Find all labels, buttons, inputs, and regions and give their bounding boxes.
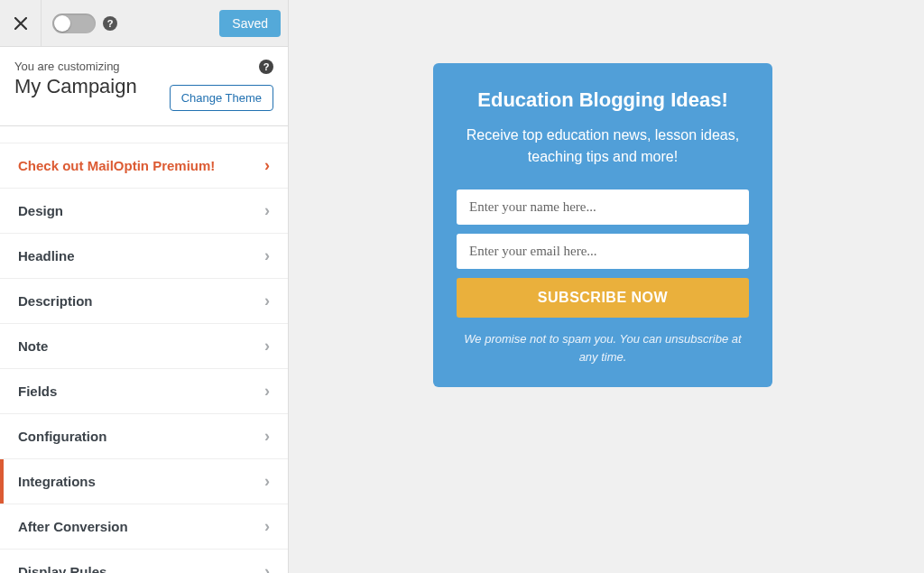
change-theme-button[interactable]: Change Theme <box>170 85 273 111</box>
menu-item-fields[interactable]: Fields › <box>0 369 288 414</box>
name-input[interactable] <box>457 189 749 225</box>
optin-description: Receive top education news, lesson ideas… <box>457 125 749 168</box>
menu-item-design[interactable]: Design › <box>0 189 288 234</box>
activate-toggle[interactable] <box>52 14 96 33</box>
context-header: You are customizing My Campaign ? Change… <box>0 47 288 126</box>
email-input[interactable] <box>457 234 749 269</box>
customizing-label: You are customizing <box>14 60 137 73</box>
chevron-right-icon: › <box>264 562 270 573</box>
menu-item-label: After Conversion <box>18 519 128 534</box>
chevron-right-icon: › <box>264 246 270 265</box>
menu-item-label: Fields <box>18 384 57 399</box>
menu-item-integrations[interactable]: Integrations › <box>0 459 288 504</box>
activate-toggle-wrap: ? <box>52 14 117 33</box>
menu-item-label: Configuration <box>18 429 106 444</box>
menu-item-label: Headline <box>18 248 75 263</box>
chevron-right-icon: › <box>264 382 270 401</box>
saved-button[interactable]: Saved <box>219 10 281 37</box>
chevron-right-icon: › <box>264 427 270 446</box>
subscribe-button[interactable]: SUBSCRIBE NOW <box>457 278 749 318</box>
menu-item-headline[interactable]: Headline › <box>0 234 288 279</box>
menu-item-premium[interactable]: Check out MailOptin Premium! › <box>0 143 288 189</box>
customizer-sidebar: ? Saved You are customizing My Campaign … <box>0 0 289 573</box>
chevron-right-icon: › <box>264 291 270 310</box>
menu-item-label: Note <box>18 338 48 354</box>
menu-item-display-rules[interactable]: Display Rules › <box>0 550 288 573</box>
menu-item-configuration[interactable]: Configuration › <box>0 414 288 459</box>
optin-note: We promise not to spam you. You can unsu… <box>457 330 749 365</box>
menu-item-note[interactable]: Note › <box>0 324 288 369</box>
help-icon[interactable]: ? <box>259 60 273 74</box>
menu-item-label: Display Rules <box>18 564 106 573</box>
customizer-menu: Check out MailOptin Premium! › Design › … <box>0 143 288 573</box>
toggle-knob <box>54 15 70 32</box>
chevron-right-icon: › <box>264 517 270 536</box>
menu-item-label: Integrations <box>18 474 96 489</box>
chevron-right-icon: › <box>264 156 270 175</box>
chevron-right-icon: › <box>264 201 270 220</box>
help-icon[interactable]: ? <box>103 16 117 31</box>
campaign-name: My Campaign <box>14 75 137 98</box>
menu-item-label: Description <box>18 293 93 309</box>
menu-item-label: Design <box>18 203 63 218</box>
menu-item-description[interactable]: Description › <box>0 279 288 324</box>
preview-pane: Education Blogging Ideas! Receive top ed… <box>289 0 924 573</box>
chevron-right-icon: › <box>264 337 270 356</box>
optin-form: Education Blogging Ideas! Receive top ed… <box>433 63 772 387</box>
close-button[interactable] <box>0 0 42 47</box>
menu-item-after-conversion[interactable]: After Conversion › <box>0 504 288 550</box>
topbar: ? Saved <box>0 0 288 47</box>
optin-headline: Education Blogging Ideas! <box>457 88 749 112</box>
menu-item-label: Check out MailOptin Premium! <box>18 158 215 173</box>
chevron-right-icon: › <box>264 472 270 491</box>
